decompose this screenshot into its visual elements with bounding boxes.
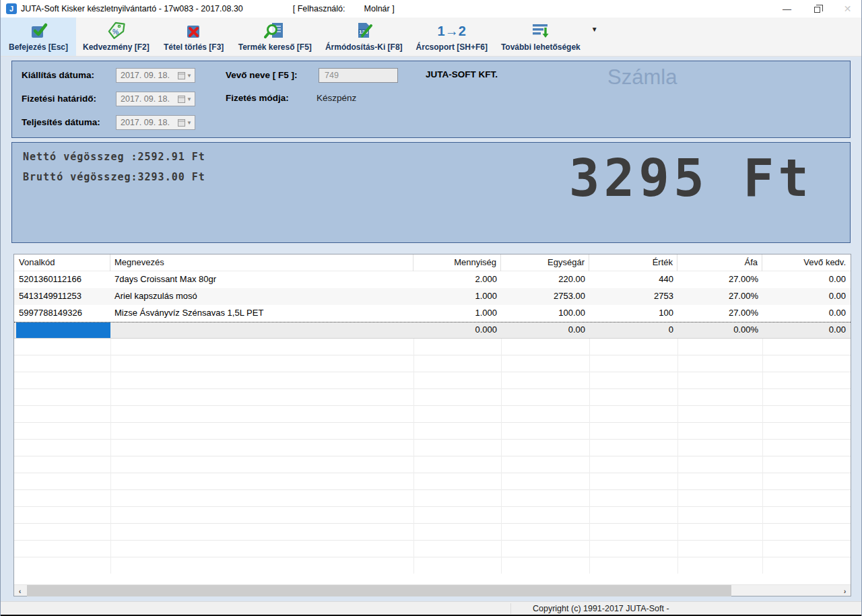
big-amount-display: 3295 Ft: [569, 148, 813, 208]
cell-customer-discount: 0.00: [762, 271, 851, 288]
column-separator: [677, 339, 678, 574]
horizontal-scrollbar[interactable]: ‹ ›: [14, 584, 851, 596]
copyright-text: Copyright (c) 1991-2017 JUTA-Soft -: [533, 604, 669, 613]
discount-tag-icon: %: [106, 20, 126, 41]
product-search-button-label: Termék kereső [F5]: [238, 42, 312, 52]
cell-barcode: 5413149911253: [16, 288, 110, 305]
dropdown-caret-icon: ▼: [187, 120, 192, 126]
cell-vat: 27.00%: [677, 288, 762, 305]
more-options-button[interactable]: További lehetőségek: [494, 18, 587, 56]
dropdown-caret-icon: ▼: [187, 73, 192, 79]
table-row[interactable]: 5413149911253 Ariel kapszulás mosó 1.000…: [14, 288, 851, 305]
fulfillment-date-label: Teljesítés dátuma:: [22, 117, 100, 127]
cell-value: 440: [589, 271, 677, 288]
selected-cell[interactable]: [16, 322, 110, 338]
cell-unit-price: 220.00: [501, 271, 589, 288]
fulfillment-date-value: 2017. 09. 18.: [121, 118, 170, 127]
column-separator: [413, 339, 414, 574]
delete-item-button-label: Tétel törlés [F3]: [164, 42, 224, 52]
table-row-current[interactable]: 0.000 0.00 0 0.00% 0.00: [14, 322, 851, 339]
cell-unit-price: 2753.00: [501, 288, 589, 305]
cell-name: [110, 322, 413, 339]
table-row[interactable]: 5997788149326 Mizse Ásványvíz Szénsavas …: [14, 305, 851, 322]
status-bar: Copyright (c) 1991-2017 JUTA-Soft -: [1, 601, 862, 615]
status-separator: [510, 603, 511, 614]
delete-item-button[interactable]: Tétel törlés [F3]: [156, 18, 232, 56]
issue-date-value: 2017. 09. 18.: [121, 71, 170, 80]
cell-vat: 0.00%: [677, 322, 762, 339]
payment-method-label: Fizetés módja:: [226, 93, 289, 103]
cell-customer-discount: 0.00: [762, 322, 851, 339]
column-header-megnevezes[interactable]: Megnevezés: [110, 254, 413, 271]
discount-button[interactable]: % Kedvezmény [F2]: [76, 18, 156, 56]
table-header-row: Vonalkód Megnevezés Mennyiség Egységár É…: [14, 254, 851, 271]
user-prefix: [ Felhasználó:: [293, 4, 345, 13]
product-search-icon: [264, 20, 286, 41]
svg-text:%: %: [112, 27, 120, 36]
customer-name-input[interactable]: [319, 68, 398, 83]
column-header-ertek[interactable]: Érték: [589, 254, 677, 271]
column-header-mennyiseg[interactable]: Mennyiség: [413, 254, 501, 271]
cell-value: 2753: [589, 288, 677, 305]
finish-button[interactable]: Befejezés [Esc]: [1, 18, 76, 56]
cell-value: 0: [589, 322, 677, 339]
cell-barcode: 5201360112166: [16, 271, 110, 288]
customer-name-label: Vevő neve [ F5 ]:: [226, 70, 298, 80]
cell-unit-price: 100.00: [501, 305, 589, 322]
payment-deadline-label: Fizetési határidő:: [22, 94, 96, 104]
price-group-icon: 1→2: [438, 20, 466, 41]
cell-quantity: 2.000: [413, 271, 501, 288]
cell-quantity: 1.000: [413, 305, 501, 322]
cell-name: 7days Croissant Max 80gr: [110, 271, 413, 288]
price-edit-button[interactable]: 123 Ármódosítás-Ki [F8]: [319, 18, 409, 56]
scroll-left-arrow-icon[interactable]: ‹: [14, 585, 26, 596]
price-group-button[interactable]: 1→2 Árcsoport [SH+F6]: [409, 18, 494, 56]
payment-method-value: Készpénz: [317, 93, 356, 103]
price-group-button-label: Árcsoport [SH+F6]: [416, 42, 488, 52]
more-options-icon: [530, 20, 552, 41]
issue-date-field[interactable]: 2017. 09. 18. ▼: [116, 68, 195, 83]
cell-name: Ariel kapszulás mosó: [110, 288, 413, 305]
column-header-egysegar[interactable]: Egységár: [501, 254, 589, 271]
column-separator: [762, 339, 763, 574]
company-name: JUTA-SOFT KFT.: [426, 69, 498, 79]
finish-check-icon: [28, 20, 48, 41]
cell-vat: 27.00%: [677, 271, 762, 288]
scroll-right-arrow-icon[interactable]: ›: [839, 585, 851, 596]
empty-grid-area: [14, 339, 851, 574]
calendar-icon: ▼: [178, 95, 195, 103]
minimize-button[interactable]: —: [772, 0, 802, 18]
net-total: Nettó végösszeg :2592.91 Ft: [23, 151, 205, 163]
column-header-vonalkod[interactable]: Vonalkód: [16, 254, 110, 271]
calendar-icon: ▼: [178, 118, 195, 127]
cell-barcode: 5997788149326: [16, 305, 110, 322]
table-row[interactable]: 5201360112166 7days Croissant Max 80gr 2…: [14, 271, 851, 288]
more-options-dropdown-caret-icon[interactable]: ▼: [587, 26, 602, 33]
fulfillment-date-field[interactable]: 2017. 09. 18. ▼: [116, 115, 195, 130]
dropdown-caret-icon: ▼: [187, 96, 192, 102]
payment-deadline-value: 2017. 09. 18.: [121, 94, 170, 104]
calendar-icon: ▼: [178, 71, 195, 79]
price-edit-icon: 123: [353, 20, 374, 41]
column-header-afa[interactable]: Áfa: [677, 254, 762, 271]
finish-button-label: Befejezés [Esc]: [9, 42, 68, 52]
payment-deadline-field[interactable]: 2017. 09. 18. ▼: [116, 92, 195, 106]
invoice-header-panel: Kiállítás dátuma: 2017. 09. 18. ▼ Fizeté…: [11, 61, 851, 138]
column-separator: [589, 339, 590, 574]
cell-name: Mizse Ásványvíz Szénsavas 1,5L PET: [110, 305, 413, 322]
totals-panel: Nettó végösszeg :2592.91 Ft Bruttó végös…: [11, 142, 851, 243]
product-search-button[interactable]: Termék kereső [F5]: [232, 18, 319, 56]
cell-unit-price: 0.00: [501, 322, 589, 339]
items-table: Vonalkód Megnevezés Mennyiség Egységár É…: [13, 254, 851, 596]
column-header-vevo-kedv[interactable]: Vevő kedv.: [762, 254, 851, 271]
window-title: JUTA-Soft Kisker készletnyilvántartó - 1…: [21, 4, 243, 13]
scrollbar-thumb[interactable]: [27, 585, 731, 596]
restore-button[interactable]: [802, 0, 832, 18]
discount-button-label: Kedvezmény [F2]: [83, 42, 150, 52]
cell-value: 100: [589, 305, 677, 322]
invoice-watermark: Számla: [607, 65, 677, 90]
close-button[interactable]: ✕: [832, 0, 862, 18]
restore-icon: [814, 7, 820, 13]
cell-quantity: 0.000: [413, 322, 501, 339]
title-bar: J JUTA-Soft Kisker készletnyilvántartó -…: [1, 0, 862, 18]
